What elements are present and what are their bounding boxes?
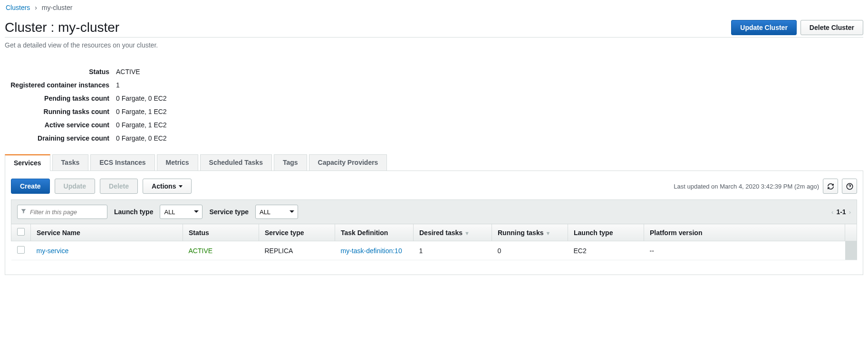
filter-bar: Launch type ALL Service type ALL ‹ 1-1 ›	[11, 199, 857, 224]
row-status: ACTIVE	[183, 241, 259, 260]
service-type-label: Service type	[209, 208, 249, 216]
tab-tasks[interactable]: Tasks	[52, 154, 89, 171]
registered-instances-value: 1	[116, 81, 863, 89]
update-button[interactable]: Update	[55, 179, 95, 194]
breadcrumb-root[interactable]: Clusters	[6, 4, 30, 11]
col-desired-tasks[interactable]: Desired tasks▼	[414, 224, 492, 241]
row-service-type: REPLICA	[259, 241, 335, 260]
help-button[interactable]	[842, 179, 857, 194]
refresh-icon	[827, 183, 834, 190]
create-button[interactable]: Create	[11, 179, 50, 194]
running-tasks-label: Running tasks count	[7, 108, 116, 115]
tab-services[interactable]: Services	[5, 154, 50, 171]
tab-tags[interactable]: Tags	[274, 154, 307, 171]
filter-icon	[20, 208, 27, 216]
cluster-details: Status ACTIVE Registered container insta…	[7, 68, 863, 142]
pending-tasks-value: 0 Fargate, 0 EC2	[116, 95, 863, 102]
launch-type-label: Launch type	[114, 208, 153, 216]
scroll-hint	[845, 241, 857, 260]
tabs: Services Tasks ECS Instances Metrics Sch…	[5, 154, 863, 171]
row-checkbox[interactable]	[17, 246, 25, 254]
tab-metrics[interactable]: Metrics	[157, 154, 198, 171]
delete-button[interactable]: Delete	[100, 179, 138, 194]
pager-prev[interactable]: ‹	[831, 209, 833, 216]
breadcrumb: Clusters › my-cluster	[5, 4, 863, 11]
col-launch-type[interactable]: Launch type	[568, 224, 644, 241]
row-launch-type: EC2	[568, 241, 644, 260]
services-panel: Create Update Delete Actions Last update…	[5, 171, 863, 275]
running-tasks-value: 0 Fargate, 1 EC2	[116, 108, 863, 115]
services-toolbar: Create Update Delete Actions Last update…	[11, 179, 857, 194]
launch-type-select[interactable]: ALL	[160, 205, 203, 219]
pager: ‹ 1-1 ›	[831, 208, 851, 216]
col-service-name[interactable]: Service Name	[31, 224, 183, 241]
active-service-value: 0 Fargate, 1 EC2	[116, 121, 863, 129]
task-definition-link[interactable]: my-task-definition:10	[341, 247, 402, 255]
tab-ecs-instances[interactable]: ECS Instances	[90, 154, 154, 171]
update-cluster-button[interactable]: Update Cluster	[731, 20, 797, 35]
delete-cluster-button[interactable]: Delete Cluster	[800, 20, 863, 35]
draining-service-value: 0 Fargate, 0 EC2	[116, 134, 863, 142]
last-updated-text: Last updated on March 4, 2020 3:42:39 PM…	[674, 183, 819, 190]
col-service-type[interactable]: Service type	[259, 224, 335, 241]
caret-down-icon	[179, 185, 183, 188]
row-desired: 1	[414, 241, 492, 260]
pager-count: 1-1	[836, 208, 846, 216]
page-title: Cluster : my-cluster	[5, 20, 727, 35]
page-header: Cluster : my-cluster Update Cluster Dele…	[5, 20, 863, 38]
row-platform: --	[644, 241, 845, 260]
tab-scheduled-tasks[interactable]: Scheduled Tasks	[200, 154, 272, 171]
col-running-tasks[interactable]: Running tasks▼	[492, 224, 568, 241]
tab-capacity-providers[interactable]: Capacity Providers	[309, 154, 387, 171]
sort-caret-icon: ▼	[545, 230, 550, 236]
status-value: ACTIVE	[116, 68, 863, 76]
pager-next[interactable]: ›	[849, 209, 851, 216]
help-icon	[846, 183, 853, 190]
services-table: Service Name Status Service type Task De…	[11, 224, 857, 260]
page-subtitle: Get a detailed view of the resources on …	[5, 41, 863, 49]
row-running: 0	[492, 241, 568, 260]
service-type-select[interactable]: ALL	[255, 205, 298, 219]
filter-input[interactable]	[17, 205, 107, 219]
table-row[interactable]: my-service ACTIVE REPLICA my-task-defini…	[11, 241, 857, 260]
breadcrumb-separator: ›	[35, 4, 37, 11]
refresh-button[interactable]	[823, 179, 838, 194]
actions-button[interactable]: Actions	[143, 179, 192, 194]
status-label: Status	[7, 68, 116, 76]
scroll-hint	[845, 224, 857, 241]
col-platform-version[interactable]: Platform version	[644, 224, 845, 241]
breadcrumb-current: my-cluster	[42, 4, 73, 11]
select-all-checkbox[interactable]	[17, 228, 25, 236]
actions-label: Actions	[152, 182, 176, 190]
draining-service-label: Draining service count	[7, 134, 116, 142]
pending-tasks-label: Pending tasks count	[7, 95, 116, 102]
sort-caret-icon: ▼	[464, 230, 470, 236]
active-service-label: Active service count	[7, 121, 116, 129]
filter-input-wrap	[17, 205, 107, 219]
registered-instances-label: Registered container instances	[7, 81, 116, 89]
service-name-link[interactable]: my-service	[37, 247, 69, 255]
col-status[interactable]: Status	[183, 224, 259, 241]
col-task-definition[interactable]: Task Definition	[335, 224, 414, 241]
